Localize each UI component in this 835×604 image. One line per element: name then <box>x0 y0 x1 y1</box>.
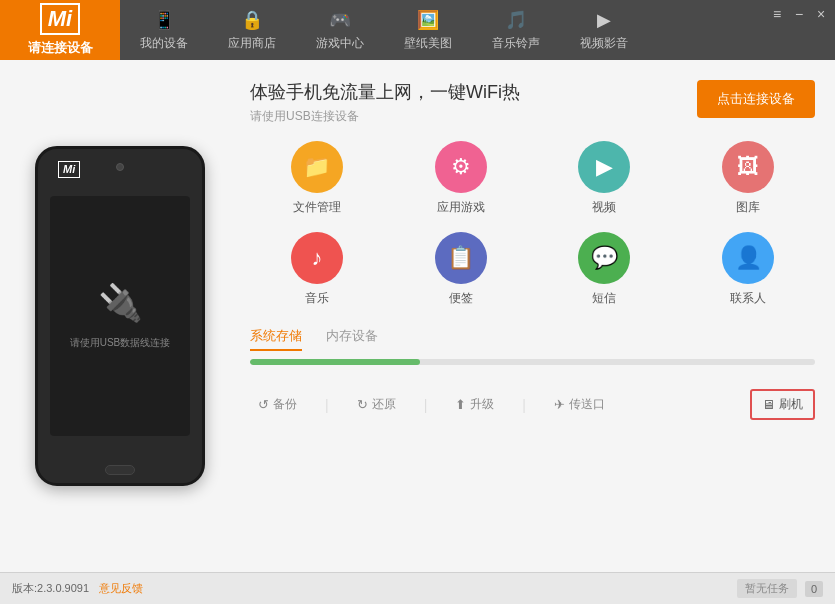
divider-2: | <box>424 397 428 413</box>
storage-tab-system[interactable]: 系统存储 <box>250 327 302 351</box>
backup-label: 备份 <box>273 396 297 413</box>
app-icon-app-game: ⚙ <box>435 141 487 193</box>
phone-camera <box>116 163 124 171</box>
video-icon: ▶ <box>597 9 611 31</box>
flash-label: 刷机 <box>779 396 803 413</box>
phone-connect-label: 请使用USB数据线连接 <box>70 336 171 350</box>
my-device-icon: 📱 <box>153 9 175 31</box>
app-label-app-game: 应用游戏 <box>437 199 485 216</box>
game-center-icon: 🎮 <box>329 9 351 31</box>
app-item-file-manager[interactable]: 📁文件管理 <box>250 141 384 216</box>
current-tab-label: 请连接设备 <box>28 39 93 57</box>
wallpaper-icon: 🖼️ <box>417 9 439 31</box>
restore-label: 还原 <box>372 396 396 413</box>
task-label: 暂无任务 <box>737 579 797 598</box>
upgrade-label: 升级 <box>470 396 494 413</box>
tab-music[interactable]: 🎵 音乐铃声 <box>472 0 560 60</box>
phone-frame: Mi 🔌 请使用USB数据线连接 <box>35 146 205 486</box>
header-subtitle: 请使用USB连接设备 <box>250 108 520 125</box>
app-icon-music: ♪ <box>291 232 343 284</box>
app-icon-video: ▶ <box>578 141 630 193</box>
app-item-notes[interactable]: 📋便签 <box>394 232 528 307</box>
app-label-sms: 短信 <box>592 290 616 307</box>
nav-tabs: 📱 我的设备 🔒 应用商店 🎮 游戏中心 🖼️ 壁纸美图 🎵 音乐铃声 ▶ 视频… <box>120 0 769 60</box>
tab-game-center[interactable]: 🎮 游戏中心 <box>296 0 384 60</box>
tab-music-label: 音乐铃声 <box>492 35 540 52</box>
app-label-file-manager: 文件管理 <box>293 199 341 216</box>
tab-wallpaper-label: 壁纸美图 <box>404 35 452 52</box>
storage-bar-fill <box>250 359 420 365</box>
tab-wallpaper[interactable]: 🖼️ 壁纸美图 <box>384 0 472 60</box>
tab-video[interactable]: ▶ 视频影音 <box>560 0 648 60</box>
divider-3: | <box>522 397 526 413</box>
statusbar-right: 暂无任务 0 <box>737 579 823 598</box>
titlebar: Mi 请连接设备 📱 我的设备 🔒 应用商店 🎮 游戏中心 🖼️ 壁纸美图 🎵 … <box>0 0 835 60</box>
transfer-button[interactable]: ✈ 传送口 <box>546 392 613 417</box>
music-icon: 🎵 <box>505 9 527 31</box>
app-icon-gallery: 🖼 <box>722 141 774 193</box>
app-item-gallery[interactable]: 🖼图库 <box>681 141 815 216</box>
flash-icon: 🖥 <box>762 397 775 412</box>
minimize-button[interactable]: − <box>791 6 807 22</box>
upgrade-button[interactable]: ⬆ 升级 <box>447 392 502 417</box>
app-store-icon: 🔒 <box>241 9 263 31</box>
app-icon-file-manager: 📁 <box>291 141 343 193</box>
backup-button[interactable]: ↺ 备份 <box>250 392 305 417</box>
task-count: 0 <box>805 581 823 597</box>
app-item-music[interactable]: ♪音乐 <box>250 232 384 307</box>
app-item-video[interactable]: ▶视频 <box>538 141 672 216</box>
app-grid: 📁文件管理⚙应用游戏▶视频🖼图库♪音乐📋便签💬短信👤联系人 <box>250 141 815 307</box>
tab-my-device[interactable]: 📱 我的设备 <box>120 0 208 60</box>
upgrade-icon: ⬆ <box>455 397 466 412</box>
storage-bar <box>250 359 815 365</box>
divider-1: | <box>325 397 329 413</box>
phone-screen: 🔌 请使用USB数据线连接 <box>50 196 190 436</box>
logo-tab[interactable]: Mi 请连接设备 <box>0 0 120 60</box>
action-bar: ↺ 备份 | ↻ 还原 | ⬆ 升级 | ✈ 传送口 🖥 刷机 <box>250 389 815 420</box>
restore-button[interactable]: ↻ 还原 <box>349 392 404 417</box>
restore-icon: ↻ <box>357 397 368 412</box>
storage-tab-internal[interactable]: 内存设备 <box>326 327 378 351</box>
statusbar-left: 版本:2.3.0.9091 意见反馈 <box>12 581 143 596</box>
app-label-notes: 便签 <box>449 290 473 307</box>
feedback-link[interactable]: 意见反馈 <box>99 581 143 596</box>
storage-tabs: 系统存储 内存设备 <box>250 327 815 351</box>
app-label-gallery: 图库 <box>736 199 760 216</box>
app-icon-sms: 💬 <box>578 232 630 284</box>
version-text: 版本:2.3.0.9091 <box>12 581 89 596</box>
phone-mockup: Mi 🔌 请使用USB数据线连接 <box>20 80 220 552</box>
usb-cable-icon: 🔌 <box>98 282 143 324</box>
connect-device-button[interactable]: 点击连接设备 <box>697 80 815 118</box>
transfer-label: 传送口 <box>569 396 605 413</box>
mi-logo: Mi <box>40 3 80 35</box>
statusbar: 版本:2.3.0.9091 意见反馈 暂无任务 0 <box>0 572 835 604</box>
transfer-icon: ✈ <box>554 397 565 412</box>
tab-app-store[interactable]: 🔒 应用商店 <box>208 0 296 60</box>
header-text: 体验手机免流量上网，一键WiFi热 请使用USB连接设备 <box>250 80 520 125</box>
window-controls: ≡ − × <box>769 0 835 60</box>
phone-home-button <box>105 465 135 475</box>
app-item-contacts[interactable]: 👤联系人 <box>681 232 815 307</box>
tab-game-center-label: 游戏中心 <box>316 35 364 52</box>
header-section: 体验手机免流量上网，一键WiFi热 请使用USB连接设备 点击连接设备 <box>250 80 815 125</box>
right-content: 体验手机免流量上网，一键WiFi热 请使用USB连接设备 点击连接设备 📁文件管… <box>250 80 815 552</box>
app-label-music: 音乐 <box>305 290 329 307</box>
close-button[interactable]: × <box>813 6 829 22</box>
app-item-app-game[interactable]: ⚙应用游戏 <box>394 141 528 216</box>
tab-my-device-label: 我的设备 <box>140 35 188 52</box>
app-label-video: 视频 <box>592 199 616 216</box>
storage-section: 系统存储 内存设备 <box>250 327 815 365</box>
app-icon-contacts: 👤 <box>722 232 774 284</box>
app-label-contacts: 联系人 <box>730 290 766 307</box>
app-item-sms[interactable]: 💬短信 <box>538 232 672 307</box>
header-title: 体验手机免流量上网，一键WiFi热 <box>250 80 520 104</box>
menu-button[interactable]: ≡ <box>769 6 785 22</box>
main-content: Mi 🔌 请使用USB数据线连接 体验手机免流量上网，一键WiFi热 请使用US… <box>0 60 835 572</box>
tab-app-store-label: 应用商店 <box>228 35 276 52</box>
flash-button[interactable]: 🖥 刷机 <box>750 389 815 420</box>
phone-mi-logo: Mi <box>58 161 80 178</box>
backup-icon: ↺ <box>258 397 269 412</box>
app-icon-notes: 📋 <box>435 232 487 284</box>
tab-video-label: 视频影音 <box>580 35 628 52</box>
